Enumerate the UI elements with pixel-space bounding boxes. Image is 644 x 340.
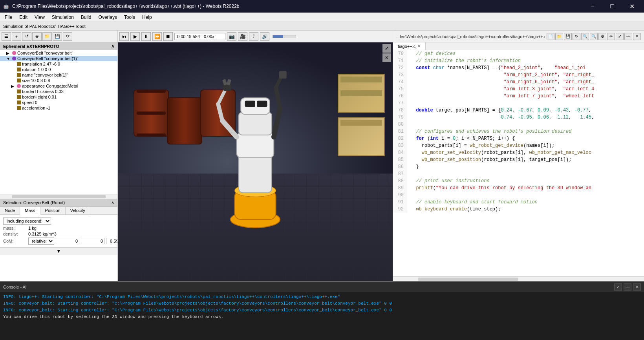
tree-header: Ephemeral EXTERNPROTO ∧ [0, 42, 117, 50]
editor-maximize-btn[interactable]: ⤢ [616, 33, 624, 40]
tree-item-acceleration[interactable]: acceleration -1 [0, 105, 117, 111]
line-num-79: 79 [393, 114, 407, 121]
left-tb-btn1[interactable]: ☰ [2, 32, 11, 41]
code-h-scroll-thumb [418, 278, 519, 281]
tree-item-translation[interactable]: translation 2.47 -6 0 [0, 61, 117, 67]
left-tb-btn3[interactable]: ↺ [22, 32, 31, 41]
com-y-input[interactable] [81, 238, 104, 244]
menu-edit[interactable]: Edit [16, 14, 31, 21]
com-z-input[interactable] [106, 238, 117, 244]
editor-pencil-btn[interactable]: ✏ [607, 33, 615, 40]
sim-btn-share[interactable]: ⤴ [249, 32, 258, 41]
tree-arrow-7: ▶ [11, 84, 16, 88]
selection-collapse-btn[interactable]: ∧ [111, 200, 114, 205]
vp-maximize-btn[interactable]: ⤢ [382, 44, 391, 53]
left-tb-btn7[interactable]: ⟳ [63, 32, 72, 41]
console-controls: ⤢ — ✕ [614, 283, 641, 291]
sim-btn-rewind[interactable]: ⏮ [119, 32, 129, 41]
sim-btn-play[interactable]: ▶ [130, 32, 140, 41]
code-h-scrollbar[interactable] [393, 276, 644, 281]
minimize-button[interactable]: − [584, 0, 602, 13]
editor-settings-btn[interactable]: ⚙ [598, 33, 606, 40]
code-tab-main[interactable]: tiago++.c ✕ [393, 42, 426, 50]
editor-reload-btn[interactable]: ⟳ [573, 33, 580, 40]
editor-close-btn[interactable]: ✕ [633, 33, 641, 40]
sim-btn-screenshot[interactable]: 📷 [227, 32, 236, 41]
tree-item-name[interactable]: name "conveyor belt(1)" [0, 72, 117, 78]
code-line-83: 83 robot_parts[i] = wb_robot_get_device(… [393, 142, 644, 149]
menu-file[interactable]: File [2, 14, 15, 21]
code-editor-area[interactable]: 70 // get devices 71 // initialize the r… [393, 50, 644, 276]
editor-search-btn[interactable]: 🔍 [581, 33, 589, 40]
tab-position[interactable]: Position [40, 207, 66, 214]
tab-velocity[interactable]: Velocity [66, 207, 90, 214]
left-tb-btn2[interactable]: + [12, 32, 21, 41]
tree-item-border-height[interactable]: borderHeight 0.01 [0, 94, 117, 100]
editor-open-btn[interactable]: 📁 [555, 33, 563, 40]
line-content-72: const char *names[N_PARTS] = {"head_2_jo… [407, 64, 644, 71]
descend-dropdown[interactable]: including descend: [3, 218, 51, 225]
square-icon-2 [17, 68, 21, 71]
3d-scene[interactable]: ⤢ ✕ [118, 42, 393, 281]
com-dropdown[interactable]: relative [28, 238, 54, 245]
editor-save-btn[interactable]: 💾 [564, 33, 572, 40]
left-tb-btn4[interactable]: 👁 [32, 32, 42, 41]
svg-line-9 [222, 121, 237, 137]
maximize-button[interactable]: □ [603, 0, 621, 13]
code-line-85: 85 wb_motor_set_position(robot_parts[i],… [393, 156, 644, 163]
sim-btn-volume[interactable]: 🔊 [260, 32, 269, 41]
tree-item-speed[interactable]: speed 0 [0, 100, 117, 105]
code-tab-close[interactable]: ✕ [417, 44, 421, 49]
close-button[interactable]: ✕ [623, 0, 641, 13]
tree-collapse-btn[interactable]: ∧ [111, 44, 114, 49]
density-value: 0.3125 kg/m^3 [28, 232, 57, 236]
left-tb-btn5[interactable]: 📁 [42, 32, 52, 41]
tree-item-size[interactable]: size 10 0.8 0.8 [0, 78, 117, 83]
tab-node[interactable]: Node [0, 207, 20, 214]
console-close-btn[interactable]: ✕ [633, 283, 641, 291]
editor-minimize-btn[interactable]: — [624, 33, 632, 40]
sim-btn-fast[interactable]: ⏩ [152, 32, 162, 41]
console-maximize-btn[interactable]: ⤢ [614, 283, 622, 291]
left-tb-btn6[interactable]: 💾 [53, 32, 62, 41]
menu-simulation[interactable]: Simulation [49, 14, 77, 21]
tree-item-rotation[interactable]: rotation 1 0 0 0 [0, 67, 117, 72]
svg-rect-7 [245, 101, 255, 107]
line-content-89: printf("You can drive this robot by sele… [407, 185, 644, 192]
selection-tabs: Node Mass Position Velocity [0, 207, 117, 215]
sim-btn-step[interactable]: ⏸ [141, 32, 151, 41]
menu-view[interactable]: View [31, 14, 48, 21]
console-content[interactable]: INFO: tiago++: Starting controller: "C:\… [0, 292, 644, 340]
tree-item-conveyor1[interactable]: ▶ ConveyorBelt "conveyor belt" [0, 50, 117, 56]
tree-item-border-thickness[interactable]: borderThickness 0.03 [0, 89, 117, 94]
sim-btn-record[interactable]: ⏹ [163, 32, 173, 41]
tree-label-appearance: appearance CorrugatedMetal [22, 84, 78, 88]
line-num-70: 70 [393, 50, 407, 57]
scroll-down-arrow[interactable]: ▼ [0, 247, 117, 255]
tree-h-scrollbar[interactable] [0, 194, 117, 199]
mass-value: 1 kg [28, 226, 37, 230]
sim-btn-movie[interactable]: 🎥 [238, 32, 247, 41]
editor-new-btn[interactable]: 📄 [547, 33, 554, 40]
vp-close-btn[interactable]: ✕ [382, 53, 391, 62]
tree-item-conveyor2[interactable]: ▼ ConveyorBelt "conveyor belt(1)" [0, 56, 117, 61]
3d-viewport[interactable]: ⏮ ▶ ⏸ ⏩ ⏹ 0:00:19:584 - 0.00x 📷 🎥 ⤴ 🔊 [118, 31, 393, 281]
com-x-input[interactable] [56, 238, 79, 244]
line-content-79: 0.74, -0.95, 0.06, 1.12, 1.45, [407, 114, 644, 121]
tree-item-appearance[interactable]: ▶ appearance CorrugatedMetal [0, 83, 117, 89]
console-header: Console - All ⤢ — ✕ [0, 282, 644, 292]
tree-header-label: Ephemeral EXTERNPROTO [3, 44, 59, 49]
tree-panel[interactable]: ▶ ConveyorBelt "conveyor belt" ▼ Conveyo… [0, 50, 117, 194]
console-minimize-btn[interactable]: — [624, 283, 631, 291]
code-line-87: 87 [393, 170, 644, 177]
robot-model [192, 71, 318, 236]
tab-mass[interactable]: Mass [20, 207, 40, 215]
menu-tools[interactable]: Tools [121, 14, 138, 21]
menu-help[interactable]: Help [139, 14, 155, 21]
menu-build[interactable]: Build [78, 14, 95, 21]
code-editor-panel: ...les\Webots\projects\robots\pal_roboti… [393, 31, 644, 281]
code-line-84: 84 wb_motor_set_velocity(robot_parts[i],… [393, 149, 644, 156]
editor-searchnext-btn[interactable]: 🔍 [590, 33, 598, 40]
menu-overlays[interactable]: Overlays [95, 14, 120, 21]
svg-line-14 [276, 88, 280, 108]
